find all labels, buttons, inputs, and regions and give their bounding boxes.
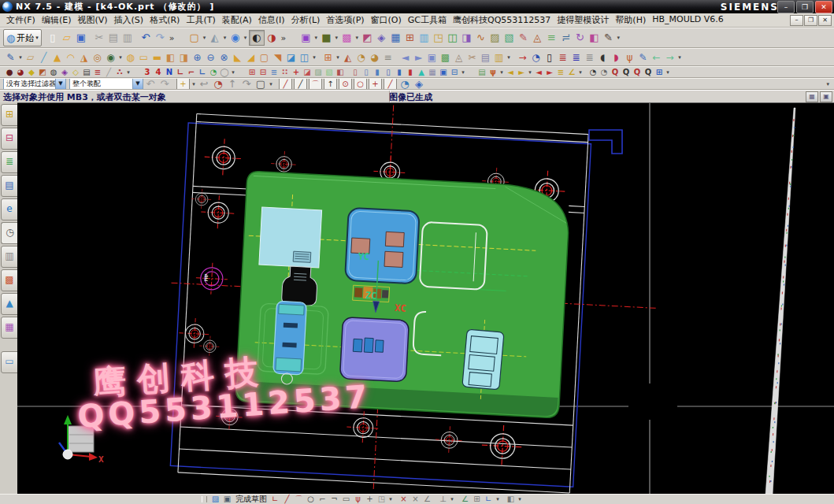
ball2-icon[interactable]: ◔	[599, 67, 610, 77]
mold-top-view[interactable]: PHP EGP	[161, 103, 666, 495]
thread-icon[interactable]: ≡	[381, 50, 395, 65]
snap-datum-icon[interactable]: ◈	[412, 78, 426, 90]
hole-caret-icon[interactable]: ▾	[117, 54, 124, 61]
row1-overflow-icon[interactable]: »	[167, 33, 177, 43]
spline-display-icon[interactable]: ∿	[473, 31, 487, 45]
n-view-icon[interactable]: N	[164, 67, 175, 77]
row3-caret1-icon[interactable]: ▾	[125, 69, 132, 76]
split-body-icon[interactable]: ◫	[298, 50, 311, 65]
core-insert-purple[interactable]	[339, 317, 409, 382]
pad-icon[interactable]: ▬	[150, 50, 164, 65]
offset-caret-icon[interactable]: ▾	[387, 496, 394, 502]
report-icon[interactable]: ▯	[543, 50, 556, 65]
constraints-caret-icon[interactable]: ▾	[449, 496, 455, 502]
quick-trim-icon[interactable]: ×	[398, 495, 410, 504]
menu-item-12[interactable]: 鹰创科技QQ553112537	[450, 13, 554, 27]
cross4-icon[interactable]: +	[291, 67, 302, 77]
system-scenes-tab[interactable]: ▦	[1, 317, 18, 339]
snap-point-on-surface-icon[interactable]: ◔	[398, 78, 412, 90]
menu-item-13[interactable]: 捷得塑模设计	[554, 13, 612, 27]
sketch-caret-icon[interactable]: ▾	[17, 54, 24, 61]
datum-plane-icon[interactable]: ▱	[24, 50, 37, 65]
annotate-pen-icon[interactable]: ✎	[636, 50, 650, 65]
rectangle-icon[interactable]: ▭	[340, 495, 352, 504]
undo-selection-icon[interactable]: ↩	[197, 78, 211, 90]
boundary-display-icon[interactable]: ◫	[445, 31, 459, 45]
object-prefs-icon[interactable]: ◩	[360, 31, 374, 45]
rib-icon[interactable]: ◨	[177, 50, 191, 65]
angle-icon[interactable]: ∠	[566, 67, 577, 77]
sketch-shade-icon[interactable]: ▣	[221, 495, 233, 504]
view4-icon[interactable]: 4	[153, 67, 164, 77]
line-icon[interactable]: ╱	[281, 495, 293, 504]
mdi-close-button[interactable]: ✕	[818, 15, 832, 26]
checker-icon[interactable]: ▦	[427, 67, 438, 77]
draft-icon[interactable]: ◥	[271, 50, 284, 65]
next-selection-icon[interactable]: ↷	[158, 78, 172, 90]
relations-caret-icon[interactable]: ▾	[495, 496, 501, 502]
flag-red1-icon[interactable]: ◄	[533, 67, 544, 77]
part-family-icon[interactable]: ≡	[544, 31, 558, 45]
q3-icon[interactable]: Q	[632, 67, 643, 77]
copy-face-icon[interactable]: ▤	[479, 50, 492, 65]
menu-item-9[interactable]: 首选项(P)	[323, 13, 367, 27]
column3-icon[interactable]: ▮	[372, 67, 383, 77]
view-list3-icon[interactable]: ≣	[583, 50, 596, 65]
annotation-icon[interactable]: ✎	[516, 31, 530, 45]
thermometer-icon[interactable]: ▮	[405, 67, 416, 77]
flag-yellow1-icon[interactable]: ◄	[505, 67, 516, 77]
trim-body-icon[interactable]: ◪	[284, 50, 298, 65]
close-button[interactable]: ✕	[815, 1, 832, 13]
printer-icon[interactable]: ▤	[81, 67, 92, 77]
minimize-button[interactable]: –	[777, 1, 795, 13]
resize-blend-icon[interactable]: ◬	[452, 50, 465, 65]
slash-icon[interactable]: ╱	[103, 67, 114, 77]
mdi-restore-button[interactable]: ❐	[804, 15, 817, 26]
selection-bar-overflow-icon[interactable]: ▾	[826, 81, 829, 87]
process-studio-tab[interactable]: ▥	[1, 246, 18, 268]
flag-red2-icon[interactable]: ►	[544, 67, 555, 77]
flash-icon[interactable]: ◇	[70, 67, 81, 77]
triangle-teal-icon[interactable]: ▲	[416, 67, 427, 77]
set-icon[interactable]: ⊞	[654, 67, 665, 77]
menu-item-11[interactable]: GC工具箱	[405, 13, 450, 27]
wave-link-icon[interactable]: ◬	[530, 31, 544, 45]
html-export-icon[interactable]: ◳	[431, 31, 445, 45]
row3-caret5-icon[interactable]: ▾	[527, 69, 533, 76]
replace-face-icon[interactable]: ▩	[439, 50, 452, 65]
corner-square-icon[interactable]: ◧	[335, 67, 346, 77]
fade2-icon[interactable]: ▧	[324, 67, 335, 77]
mirror-display-icon[interactable]: ◧	[587, 31, 601, 45]
work-layer-icon[interactable]: ■	[319, 31, 333, 45]
sphere-dark-icon[interactable]: ●	[4, 67, 15, 77]
make-corner-icon[interactable]: ∠	[421, 495, 433, 504]
window-display-icon[interactable]: ▣	[298, 31, 313, 45]
orbit-icon[interactable]: ↷	[239, 78, 254, 90]
view-list2-icon[interactable]: ≣	[569, 50, 583, 65]
new-icon[interactable]: ▯	[46, 31, 60, 45]
fillet-icon[interactable]: ⌐	[317, 495, 328, 504]
corner-step1-icon[interactable]: ∟	[175, 67, 186, 77]
column1-icon[interactable]: ▯	[350, 67, 361, 77]
column2-icon[interactable]: ▯	[361, 67, 372, 77]
prev-selection-icon[interactable]: ↶	[143, 78, 158, 90]
auto-dimension-icon[interactable]: ⊞	[471, 495, 483, 504]
menu-item-2[interactable]: 视图(V)	[74, 13, 110, 27]
ruler-red-icon[interactable]: ≡	[92, 67, 103, 77]
paste-icon[interactable]: ▥	[120, 31, 135, 45]
half-square-icon[interactable]: ◪	[302, 67, 313, 77]
corner-step2-icon[interactable]: ⌐	[186, 67, 197, 77]
intersect-icon[interactable]: ⊗	[217, 50, 231, 65]
quick-extend-icon[interactable]: ×	[410, 495, 421, 504]
render-caret-icon[interactable]: ▾	[243, 35, 249, 41]
tube-icon[interactable]: ◎	[91, 50, 104, 65]
snap-controlpoint-icon[interactable]: ⌒	[309, 78, 322, 90]
toolbar-grip[interactable]	[202, 496, 207, 502]
arc-icon[interactable]: ⌒	[293, 495, 305, 504]
sheet2-icon[interactable]: ▤	[476, 67, 487, 77]
row2-end-caret-icon[interactable]: ▾	[676, 54, 683, 61]
menu-item-14[interactable]: 帮助(H)	[612, 13, 649, 27]
boss-icon[interactable]: ◍	[124, 50, 137, 65]
revolve-icon[interactable]: ◠	[64, 50, 77, 65]
deviation-icon[interactable]: ◗	[610, 50, 623, 65]
